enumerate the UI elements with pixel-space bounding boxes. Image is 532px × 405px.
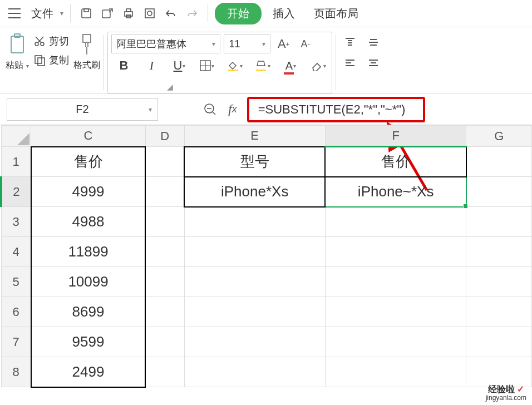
preview-icon[interactable] xyxy=(141,4,159,22)
cell[interactable] xyxy=(466,207,532,237)
undo-icon[interactable] xyxy=(162,4,180,22)
cell[interactable]: 4999 xyxy=(31,177,145,207)
cell[interactable] xyxy=(184,267,325,297)
tab-insert[interactable]: 插入 xyxy=(265,3,303,24)
cell[interactable] xyxy=(325,207,466,237)
bold-button[interactable]: B xyxy=(114,56,134,76)
row-header[interactable]: 6 xyxy=(1,297,31,327)
cell[interactable]: 10099 xyxy=(31,267,145,297)
cell[interactable] xyxy=(325,267,466,297)
file-menu[interactable]: 文件 xyxy=(26,4,59,23)
row-header[interactable]: 2 xyxy=(1,177,31,207)
menu-icon[interactable] xyxy=(7,6,22,21)
cell[interactable] xyxy=(145,177,184,207)
cell[interactable] xyxy=(466,237,532,267)
font-size-select[interactable]: 11▾ xyxy=(224,34,270,53)
redo-icon[interactable] xyxy=(183,4,201,22)
paste-button[interactable]: 粘贴 ▾ xyxy=(6,32,29,71)
cell[interactable] xyxy=(325,357,466,387)
cell[interactable] xyxy=(184,357,325,387)
cell[interactable]: 售价 xyxy=(31,147,145,177)
formula-bar[interactable]: =SUBSTITUTE(E2,"*","~*") xyxy=(247,97,425,122)
watermark: 经验啦 ✓ jingyanla.com xyxy=(486,384,526,402)
cell[interactable] xyxy=(325,297,466,327)
cell[interactable]: 9599 xyxy=(31,327,145,357)
chevron-down-icon: ▾ xyxy=(26,63,29,69)
cell[interactable] xyxy=(325,327,466,357)
font-grow-button[interactable]: A+ xyxy=(274,34,293,53)
cell[interactable] xyxy=(145,237,184,267)
cell[interactable] xyxy=(466,267,532,297)
cell[interactable] xyxy=(184,327,325,357)
tab-layout[interactable]: 页面布局 xyxy=(306,3,366,24)
cell[interactable]: 售价 xyxy=(325,147,466,177)
align-left-button[interactable] xyxy=(342,56,358,71)
paste-label: 粘贴 xyxy=(6,60,23,70)
cell[interactable] xyxy=(145,147,184,177)
cell[interactable] xyxy=(184,207,325,237)
svg-rect-0 xyxy=(82,9,91,18)
spreadsheet-grid[interactable]: C D E F G 1 售价 型号 售价 2 4999 iPhone*Xs iP… xyxy=(0,125,532,388)
cell[interactable] xyxy=(466,177,532,207)
row-header[interactable]: 5 xyxy=(1,267,31,297)
dialog-launcher-icon[interactable]: ◢ xyxy=(167,82,173,91)
cell[interactable] xyxy=(145,357,184,387)
highlight-button[interactable]: ▾ xyxy=(253,56,273,76)
fill-color-button[interactable]: ▾ xyxy=(225,56,245,76)
row-header[interactable]: 3 xyxy=(1,207,31,237)
cell[interactable]: iPhone*Xs xyxy=(184,177,325,207)
svg-rect-6 xyxy=(145,9,154,18)
col-header-d[interactable]: D xyxy=(145,126,184,147)
font-name-select[interactable]: 阿里巴巴普惠体▾ xyxy=(111,34,220,53)
font-color-button[interactable]: A▾ xyxy=(280,56,301,76)
cell[interactable] xyxy=(145,207,184,237)
cell[interactable]: 4988 xyxy=(31,207,145,237)
cell[interactable] xyxy=(466,327,532,357)
align-top-button[interactable] xyxy=(342,35,358,50)
chevron-down-icon: ▾ xyxy=(262,40,265,48)
row-header[interactable]: 1 xyxy=(1,147,31,177)
svg-rect-17 xyxy=(256,70,266,71)
align-center-button[interactable] xyxy=(365,56,382,71)
saveas-icon[interactable] xyxy=(98,4,116,22)
copy-button[interactable]: 复制 xyxy=(31,52,71,68)
cell[interactable] xyxy=(466,297,532,327)
cell[interactable] xyxy=(184,237,325,267)
cell[interactable] xyxy=(184,297,325,327)
cell[interactable] xyxy=(145,327,184,357)
cell[interactable] xyxy=(466,357,532,387)
italic-button[interactable]: I xyxy=(141,56,161,76)
align-middle-button[interactable] xyxy=(365,35,382,50)
tab-start[interactable]: 开始 xyxy=(215,3,262,24)
cell[interactable]: 8699 xyxy=(31,297,145,327)
fx-icon[interactable]: fx xyxy=(228,101,237,118)
cell[interactable] xyxy=(145,267,184,297)
active-cell[interactable]: iPhone~*Xs xyxy=(325,177,466,207)
eraser-button[interactable]: ▾ xyxy=(308,56,328,76)
fill-handle[interactable] xyxy=(463,204,468,209)
row-header[interactable]: 8 xyxy=(1,357,31,387)
select-all-corner[interactable] xyxy=(1,126,31,147)
cell[interactable] xyxy=(466,147,532,177)
borders-button[interactable]: ▾ xyxy=(197,56,217,76)
cell[interactable] xyxy=(145,297,184,327)
col-header-c[interactable]: C xyxy=(31,126,145,147)
col-header-f[interactable]: F xyxy=(325,126,466,147)
cell[interactable] xyxy=(325,237,466,267)
row-header[interactable]: 7 xyxy=(1,327,31,357)
format-painter-button[interactable]: 格式刷 xyxy=(73,32,100,71)
font-shrink-button[interactable]: A− xyxy=(296,34,315,53)
save-icon[interactable] xyxy=(77,4,95,22)
col-header-e[interactable]: E xyxy=(184,126,325,147)
col-header-g[interactable]: G xyxy=(466,126,532,147)
cell[interactable]: 型号 xyxy=(184,147,325,177)
svg-rect-1 xyxy=(84,9,88,12)
print-icon[interactable] xyxy=(120,4,137,22)
cut-button[interactable]: 剪切 xyxy=(31,33,71,50)
name-box[interactable]: F2▾ xyxy=(7,98,158,121)
underline-button[interactable]: U▾ xyxy=(169,56,189,76)
cell[interactable]: 11899 xyxy=(31,237,145,267)
cell[interactable]: 2499 xyxy=(31,357,145,387)
row-header[interactable]: 4 xyxy=(1,237,31,267)
zoom-out-icon[interactable] xyxy=(201,101,219,118)
